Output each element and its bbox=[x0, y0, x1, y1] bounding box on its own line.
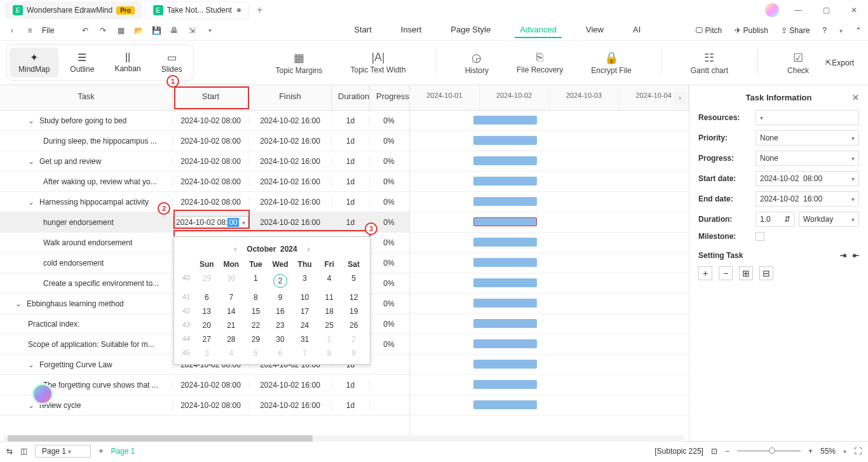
expand-icon[interactable]: ⌄ bbox=[28, 401, 34, 410]
cal-day[interactable]: 29 bbox=[194, 271, 219, 290]
cal-day[interactable]: 28 bbox=[219, 332, 244, 346]
gantt-bar[interactable] bbox=[473, 217, 537, 226]
cal-day[interactable]: 7 bbox=[219, 290, 244, 304]
expand-icon[interactable]: ⌄ bbox=[28, 116, 34, 125]
finish-cell[interactable]: 2024-10-02 16:00 bbox=[249, 401, 332, 410]
cal-day[interactable]: 31 bbox=[292, 332, 317, 346]
publish-button[interactable]: ✈ Publish bbox=[735, 26, 768, 35]
start-cell[interactable]: 2024-10-02 08:00 bbox=[173, 381, 249, 390]
more-quick-button[interactable] bbox=[204, 25, 215, 36]
new-button[interactable]: ▦ bbox=[115, 25, 126, 36]
cal-day[interactable]: 9 bbox=[268, 290, 293, 304]
cal-day[interactable]: 5 bbox=[243, 346, 268, 360]
duration-value-field[interactable]: 1.0⇵ bbox=[756, 212, 795, 227]
page-selector[interactable]: Page 1 bbox=[35, 445, 91, 458]
start-cell[interactable]: 2024-10-02 08:00 bbox=[173, 116, 249, 125]
open-button[interactable]: 📂 bbox=[133, 25, 144, 36]
app-tab[interactable]: E Wondershare EdrawMind Pro bbox=[5, 1, 142, 19]
ai-fab-button[interactable] bbox=[32, 383, 53, 405]
add-page-button[interactable]: + bbox=[98, 447, 103, 456]
cal-day[interactable]: 9 bbox=[341, 346, 366, 360]
dur-cell[interactable]: 1d bbox=[332, 177, 370, 186]
back-button[interactable]: ‹ bbox=[6, 25, 18, 36]
collapse-ribbon-button[interactable]: ⌃ bbox=[855, 26, 862, 35]
menu-button[interactable]: ≡ bbox=[24, 25, 36, 36]
table-row[interactable]: ⌄Harnessing hippocampal activity2024-10-… bbox=[0, 192, 409, 212]
document-tab[interactable]: E Take Not... Student bbox=[145, 1, 249, 19]
cal-day[interactable]: 2 bbox=[268, 271, 293, 290]
table-row[interactable]: During sleep, the hippocampus ...2024-10… bbox=[0, 131, 409, 151]
file-recovery-button[interactable]: ⎘File Recovery bbox=[512, 48, 568, 78]
col-task[interactable]: Task bbox=[0, 85, 173, 110]
table-row[interactable]: hunger endorsement2024-10-02 08:00 2024-… bbox=[0, 212, 409, 233]
cal-day[interactable]: 4 bbox=[219, 346, 244, 360]
gantt-bar[interactable] bbox=[473, 177, 537, 186]
start-cell[interactable]: 2024-10-02 08:00 bbox=[173, 216, 249, 229]
start-date-field[interactable]: 2024-10-02 08:00 bbox=[756, 171, 859, 186]
table-row[interactable]: After waking up, review what yo...2024-1… bbox=[0, 172, 409, 192]
gantt-bar[interactable] bbox=[473, 238, 537, 247]
cal-day[interactable]: 7 bbox=[292, 346, 317, 360]
dur-cell[interactable]: 1d bbox=[332, 137, 370, 146]
maximize-button[interactable]: ▢ bbox=[817, 1, 835, 19]
menu-start[interactable]: Start bbox=[349, 22, 376, 38]
collapse-all-button[interactable]: − bbox=[719, 266, 733, 280]
cal-day[interactable]: 18 bbox=[317, 304, 342, 318]
zoom-out-button[interactable]: − bbox=[725, 447, 729, 456]
cal-day[interactable]: 10 bbox=[292, 290, 317, 304]
fullscreen-button[interactable]: ⛶ bbox=[854, 447, 862, 456]
check-button[interactable]: ☑Check bbox=[782, 48, 814, 78]
col-start[interactable]: Start bbox=[173, 85, 249, 110]
gantt-bar[interactable] bbox=[473, 136, 537, 145]
prog-cell[interactable]: 0% bbox=[370, 238, 408, 247]
expand-all-button[interactable]: + bbox=[698, 266, 712, 280]
undo-button[interactable]: ↶ bbox=[79, 25, 91, 36]
encrypt-file-button[interactable]: 🔒Encrypt File bbox=[586, 48, 636, 78]
col-progress[interactable]: Progress bbox=[370, 85, 408, 110]
cal-day[interactable]: 26 bbox=[341, 318, 366, 332]
setting-edit-icon[interactable]: ⇥ bbox=[840, 251, 846, 260]
prog-cell[interactable]: 0% bbox=[370, 177, 408, 186]
pitch-button[interactable]: 🖵 Pitch bbox=[695, 26, 722, 35]
cal-day[interactable]: 21 bbox=[219, 318, 244, 332]
prog-cell[interactable]: 0% bbox=[370, 299, 408, 308]
horizontal-scrollbar[interactable] bbox=[4, 435, 684, 442]
table-row[interactable]: ⌄Study before going to bed2024-10-02 08:… bbox=[0, 111, 409, 131]
cal-day[interactable]: 6 bbox=[194, 290, 219, 304]
gantt-bar[interactable] bbox=[473, 278, 537, 287]
menu-advanced[interactable]: Advanced bbox=[515, 22, 562, 38]
start-cell[interactable]: 2024-10-02 08:00 bbox=[173, 401, 249, 410]
cal-day[interactable]: 19 bbox=[341, 304, 366, 318]
export-button[interactable]: ⇱Export bbox=[818, 56, 862, 70]
cal-day[interactable]: 8 bbox=[317, 346, 342, 360]
cal-day[interactable]: 1 bbox=[317, 332, 342, 346]
prog-cell[interactable]: 0% bbox=[370, 198, 408, 207]
share-button[interactable]: ⇪ Share bbox=[781, 26, 810, 35]
finish-cell[interactable]: 2024-10-02 16:00 bbox=[249, 137, 332, 146]
redo-button[interactable]: ↷ bbox=[97, 25, 109, 36]
expand-icon[interactable]: ⌄ bbox=[28, 157, 34, 166]
start-cell[interactable]: 2024-10-02 08:00 bbox=[173, 157, 249, 166]
cal-day[interactable]: 23 bbox=[268, 318, 293, 332]
table-row[interactable]: ⌄Get up and review2024-10-02 08:002024-1… bbox=[0, 151, 409, 172]
dur-cell[interactable]: 1d bbox=[332, 401, 370, 410]
priority-field[interactable]: None bbox=[756, 130, 859, 146]
gantt-bar[interactable] bbox=[473, 380, 537, 389]
gantt-chart-button[interactable]: ☷Gantt chart bbox=[686, 48, 733, 78]
cal-day[interactable]: 22 bbox=[243, 318, 268, 332]
cal-day[interactable]: 4 bbox=[317, 271, 342, 290]
progress-field[interactable]: None bbox=[756, 151, 859, 166]
cal-day[interactable]: 30 bbox=[219, 271, 244, 290]
list-view-button[interactable]: ⊟ bbox=[759, 266, 773, 280]
start-cell[interactable]: 2024-10-02 08:00 bbox=[173, 198, 249, 207]
cal-day[interactable]: 30 bbox=[268, 332, 293, 346]
cal-day[interactable]: 5 bbox=[341, 271, 366, 290]
cal-day[interactable]: 16 bbox=[268, 304, 293, 318]
dur-cell[interactable]: 1d bbox=[332, 198, 370, 207]
cal-day[interactable]: 24 bbox=[292, 318, 317, 332]
help-button[interactable]: ? bbox=[822, 26, 827, 35]
finish-cell[interactable]: 2024-10-02 16:00 bbox=[249, 381, 332, 390]
cal-day[interactable]: 8 bbox=[243, 290, 268, 304]
prog-cell[interactable]: 0% bbox=[370, 218, 408, 227]
cal-day[interactable]: 1 bbox=[243, 271, 268, 290]
